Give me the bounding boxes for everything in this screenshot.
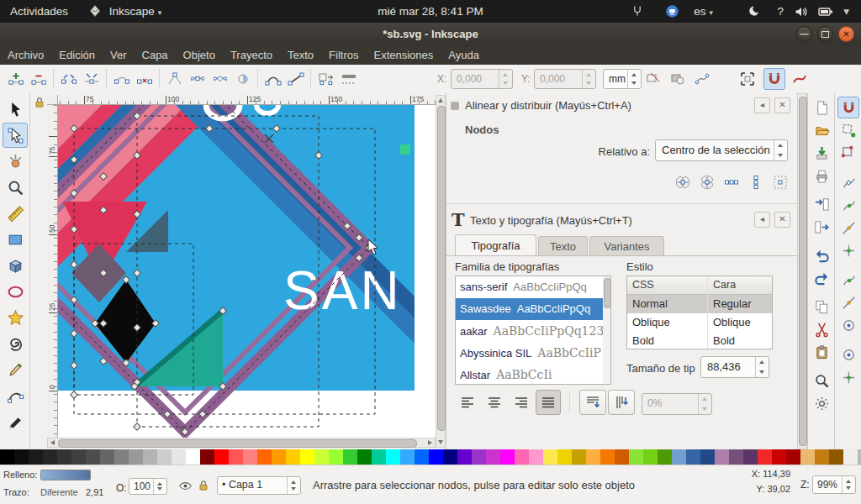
units-stepper[interactable]: [627, 70, 641, 88]
palette-swatch[interactable]: [715, 449, 729, 465]
snap-object-centers-button[interactable]: [837, 314, 859, 336]
palette-swatch[interactable]: [243, 449, 257, 465]
align-panel-dock-button[interactable]: ◂: [754, 97, 770, 113]
ellipse-tool-button[interactable]: [3, 279, 28, 304]
palette-swatch[interactable]: [114, 449, 129, 465]
cut-button[interactable]: [811, 318, 832, 340]
tab-variantes[interactable]: Variantes: [589, 236, 664, 256]
break-path-at-node-button[interactable]: [58, 68, 80, 90]
vertical-text-button[interactable]: [608, 390, 635, 415]
horizontal-ruler[interactable]: 75100125150175: [58, 95, 436, 105]
rectangle-tool-button[interactable]: [3, 227, 28, 252]
menu-archivo[interactable]: Archivo: [0, 46, 51, 65]
font-list-item[interactable]: Abyssinica SILAaBbCcIiP: [456, 342, 610, 364]
segment-to-line-button[interactable]: [285, 68, 307, 90]
font-list-item[interactable]: SawasdeeAaBbCcIiPpQq: [456, 298, 610, 320]
font-list-scroll-thumb[interactable]: [604, 278, 611, 308]
opacity-spinbox[interactable]: 100: [129, 478, 167, 495]
show-mask-button[interactable]: [667, 68, 689, 90]
font-list[interactable]: sans-serifAaBbCcIiPpQqSawasdeeAaBbCcIiPp…: [455, 276, 611, 385]
line-spacing-spinbox[interactable]: 0%: [642, 393, 712, 415]
palette-swatch[interactable]: [57, 449, 71, 465]
scroll-left-arrow[interactable]: [50, 440, 55, 445]
align-left-button[interactable]: [455, 390, 480, 415]
font-list-item[interactable]: AllstarAaBbCcIi: [456, 364, 610, 385]
menu-extensiones[interactable]: Extensiones: [366, 46, 441, 65]
spiral-tool-button[interactable]: [3, 331, 28, 356]
palette-swatch[interactable]: [729, 449, 743, 465]
font-list-item[interactable]: sans-serifAaBbCcIiPpQq: [456, 276, 610, 298]
redo-button[interactable]: [811, 267, 832, 289]
export-image-button[interactable]: [811, 216, 832, 238]
menu-filtros[interactable]: Filtros: [321, 46, 366, 65]
snap-path-intersections-button[interactable]: [837, 217, 859, 239]
snap-line-midpoints-button[interactable]: [837, 291, 859, 313]
palette-swatch[interactable]: [658, 449, 672, 465]
fill-color-swatch[interactable]: [40, 470, 91, 480]
palette-swatch[interactable]: [157, 449, 172, 465]
align-nodes-selection-button[interactable]: [769, 171, 791, 193]
segment-to-curve-button[interactable]: [262, 68, 284, 90]
snap-toggle-button[interactable]: [837, 97, 859, 118]
canvas-vertical-scrollbar[interactable]: [436, 95, 446, 448]
measure-tool-button[interactable]: [3, 201, 28, 226]
box-3d-tool-button[interactable]: [3, 253, 28, 278]
menu-ver[interactable]: Ver: [103, 46, 135, 65]
x-stepper[interactable]: [499, 70, 512, 88]
insert-node-button[interactable]: [5, 68, 27, 90]
font-list-item[interactable]: aakarAaBbCcIiPpQq12369: [456, 320, 610, 342]
paste-button[interactable]: [811, 341, 832, 363]
palette-swatch[interactable]: [743, 449, 758, 465]
panel-scroll-thumb[interactable]: [799, 97, 807, 446]
panel-scrollbar[interactable]: [797, 93, 807, 449]
relative-to-stepper[interactable]: [774, 140, 787, 160]
menu-objeto[interactable]: Objeto: [176, 46, 223, 65]
palette-swatch[interactable]: [843, 449, 858, 465]
snap-grid-guide-button[interactable]: [837, 366, 859, 388]
maximize-button[interactable]: [817, 26, 833, 42]
menu-edicion[interactable]: Edición: [51, 46, 103, 65]
copy-button[interactable]: [811, 296, 832, 318]
vertical-ruler[interactable]: 7550250: [47, 105, 58, 438]
night-light-icon[interactable]: [747, 0, 762, 23]
show-path-outline-button[interactable]: [789, 68, 811, 90]
palette-swatch[interactable]: [829, 449, 843, 465]
palette-swatch[interactable]: [200, 449, 214, 465]
menu-ayuda[interactable]: Ayuda: [441, 46, 487, 65]
relative-to-combo[interactable]: Centro de la selección: [655, 139, 788, 161]
style-css-header[interactable]: CSS: [627, 276, 708, 294]
palette-swatch[interactable]: [186, 449, 200, 465]
palette-swatch[interactable]: [515, 449, 529, 465]
horizontal-text-button[interactable]: [579, 390, 606, 415]
palette-swatch[interactable]: [543, 449, 557, 465]
palette-swatch[interactable]: [86, 449, 100, 465]
layer-lock-toggle[interactable]: [197, 479, 210, 492]
palette-swatch[interactable]: [686, 449, 700, 465]
units-combo[interactable]: mm: [603, 69, 642, 89]
join-with-segment-button[interactable]: [111, 68, 133, 90]
palette-swatch[interactable]: [14, 449, 29, 465]
snap-cusp-nodes-button[interactable]: [837, 239, 859, 261]
style-table[interactable]: CSS Cara NormalRegularObliqueObliqueBold…: [626, 276, 773, 349]
distribute-nodes-horizontal-button[interactable]: [720, 171, 742, 193]
battery-icon[interactable]: [817, 0, 834, 23]
palette-swatch[interactable]: [29, 449, 43, 465]
palette-swatch[interactable]: [500, 449, 515, 465]
new-document-button[interactable]: [811, 97, 832, 118]
show-clipping-path-button[interactable]: [642, 68, 664, 90]
palette-swatch[interactable]: [329, 449, 343, 465]
object-to-path-button[interactable]: [315, 68, 337, 90]
palette-swatch[interactable]: [286, 449, 300, 465]
palette-swatch[interactable]: [214, 449, 229, 465]
text-panel-dock-button[interactable]: ◂: [754, 212, 770, 228]
palette-swatch[interactable]: [357, 449, 372, 465]
palette-swatch[interactable]: [772, 449, 786, 465]
tray-app-icon[interactable]: [631, 0, 644, 23]
current-layer-combo[interactable]: • Capa 1: [217, 476, 301, 495]
canvas[interactable]: SAN: [58, 105, 436, 438]
show-bezier-handles-button[interactable]: [691, 68, 713, 90]
palette-swatch[interactable]: [572, 449, 586, 465]
layer-visibility-toggle[interactable]: [178, 479, 193, 493]
palette-swatch[interactable]: [672, 449, 686, 465]
print-document-button[interactable]: [811, 165, 832, 186]
